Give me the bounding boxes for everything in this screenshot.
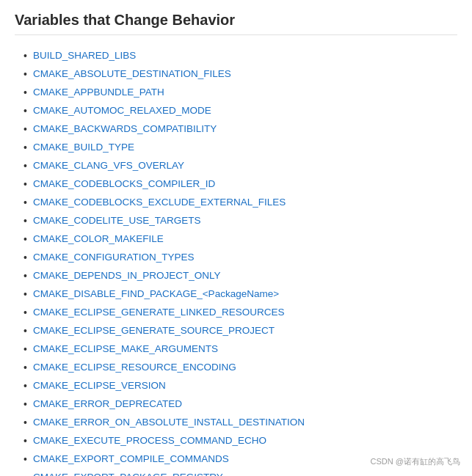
list-item: CMAKE_ECLIPSE_GENERATE_LINKED_RESOURCES — [15, 304, 457, 322]
watermark: CSDN @诺有缸的高飞鸟 — [371, 456, 460, 467]
variable-link[interactable]: CMAKE_AUTOMOC_RELAXED_MODE — [33, 103, 211, 118]
list-item: CMAKE_CODEBLOCKS_EXCLUDE_EXTERNAL_FILES — [15, 194, 457, 212]
list-item: CMAKE_DEPENDS_IN_PROJECT_ONLY — [15, 267, 457, 285]
variable-link[interactable]: CMAKE_ECLIPSE_GENERATE_SOURCE_PROJECT — [33, 323, 275, 338]
list-item: CMAKE_DISABLE_FIND_PACKAGE_<PackageName> — [15, 285, 457, 304]
list-item: BUILD_SHARED_LIBS — [15, 47, 457, 65]
variable-link[interactable]: CMAKE_ECLIPSE_VERSION — [33, 378, 166, 393]
variable-link[interactable]: CMAKE_EXECUTE_PROCESS_COMMAND_ECHO — [33, 433, 266, 448]
list-item: CMAKE_ECLIPSE_MAKE_ARGUMENTS — [15, 340, 457, 359]
list-item: CMAKE_EXECUTE_PROCESS_COMMAND_ECHO — [15, 432, 457, 450]
list-item: CMAKE_CODELITE_USE_TARGETS — [15, 212, 457, 230]
variable-list: BUILD_SHARED_LIBSCMAKE_ABSOLUTE_DESTINAT… — [15, 47, 457, 476]
variable-link[interactable]: CMAKE_COLOR_MAKEFILE — [33, 232, 164, 246]
variable-link[interactable]: CMAKE_CODEBLOCKS_EXCLUDE_EXTERNAL_FILES — [33, 195, 286, 210]
variable-link[interactable]: CMAKE_EXPORT_PACKAGE_REGISTRY — [33, 470, 223, 476]
variable-link[interactable]: CMAKE_ECLIPSE_MAKE_ARGUMENTS — [33, 342, 218, 356]
list-item: CMAKE_ECLIPSE_GENERATE_SOURCE_PROJECT — [15, 322, 457, 340]
variable-link[interactable]: CMAKE_ABSOLUTE_DESTINATION_FILES — [33, 67, 231, 81]
list-item: CMAKE_EXPORT_PACKAGE_REGISTRY — [15, 469, 457, 476]
variable-link[interactable]: CMAKE_CODELITE_USE_TARGETS — [33, 213, 201, 228]
variable-link[interactable]: CMAKE_BUILD_TYPE — [33, 140, 134, 155]
list-item: CMAKE_AUTOMOC_RELAXED_MODE — [15, 102, 457, 120]
variable-link[interactable]: CMAKE_BACKWARDS_COMPATIBILITY — [33, 122, 217, 136]
variable-link[interactable]: CMAKE_CODEBLOCKS_COMPILER_ID — [33, 177, 215, 191]
variable-link[interactable]: CMAKE_ECLIPSE_GENERATE_LINKED_RESOURCES — [33, 305, 285, 320]
list-item: CMAKE_ECLIPSE_VERSION — [15, 377, 457, 395]
page-title: Variables that Change Behavior — [15, 12, 457, 35]
variable-link[interactable]: CMAKE_ERROR_ON_ABSOLUTE_INSTALL_DESTINAT… — [33, 415, 305, 430]
variable-link[interactable]: BUILD_SHARED_LIBS — [33, 48, 136, 63]
variable-link[interactable]: CMAKE_ERROR_DEPRECATED — [33, 397, 182, 411]
list-item: CMAKE_ABSOLUTE_DESTINATION_FILES — [15, 65, 457, 84]
list-item: CMAKE_ECLIPSE_RESOURCE_ENCODING — [15, 359, 457, 377]
list-item: CMAKE_CLANG_VFS_OVERLAY — [15, 157, 457, 175]
variable-link[interactable]: CMAKE_CONFIGURATION_TYPES — [33, 250, 195, 265]
list-item: CMAKE_CONFIGURATION_TYPES — [15, 249, 457, 267]
variable-link[interactable]: CMAKE_EXPORT_COMPILE_COMMANDS — [33, 452, 229, 466]
list-item: CMAKE_COLOR_MAKEFILE — [15, 230, 457, 249]
list-item: CMAKE_ERROR_DEPRECATED — [15, 395, 457, 414]
variable-link[interactable]: CMAKE_ECLIPSE_RESOURCE_ENCODING — [33, 360, 236, 375]
variable-link[interactable]: CMAKE_CLANG_VFS_OVERLAY — [33, 158, 184, 173]
list-item: CMAKE_CODEBLOCKS_COMPILER_ID — [15, 175, 457, 194]
variable-link[interactable]: CMAKE_APPBUNDLE_PATH — [33, 85, 164, 100]
list-item: CMAKE_ERROR_ON_ABSOLUTE_INSTALL_DESTINAT… — [15, 414, 457, 432]
list-item: CMAKE_APPBUNDLE_PATH — [15, 84, 457, 102]
list-item: CMAKE_BUILD_TYPE — [15, 139, 457, 157]
list-item: CMAKE_BACKWARDS_COMPATIBILITY — [15, 120, 457, 139]
variable-link[interactable]: CMAKE_DEPENDS_IN_PROJECT_ONLY — [33, 268, 221, 283]
variable-link[interactable]: CMAKE_DISABLE_FIND_PACKAGE_<PackageName> — [33, 287, 279, 301]
